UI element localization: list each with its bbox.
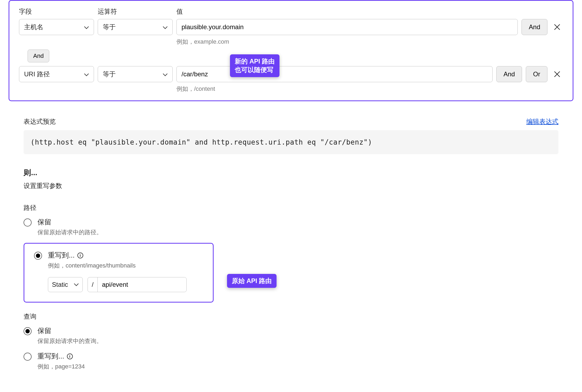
value-input[interactable] (176, 19, 518, 35)
info-icon[interactable]: i (77, 252, 83, 258)
rewrite-inputs: Static / (48, 277, 203, 292)
field-select[interactable]: URI 路径 (19, 66, 94, 82)
path-prefix: / (88, 277, 98, 292)
header-field: 字段 (19, 7, 94, 16)
value-column: 例如，example.com (176, 19, 518, 46)
filter-row: URI 路径 等于 例如，/content 新的 API 路由也可以随便写 An… (19, 66, 563, 93)
and-connector: And (28, 50, 563, 62)
value-input[interactable] (176, 66, 493, 82)
remove-row-button[interactable] (551, 19, 563, 35)
option-subtitle: 例如，page=1234 (37, 363, 85, 371)
preview-header: 表达式预览 编辑表达式 (24, 117, 558, 126)
option-title: 重写到... i (37, 352, 85, 361)
value-hint: 例如，/content (176, 85, 493, 93)
radio-checked[interactable] (24, 327, 32, 335)
field-select[interactable]: 主机名 (19, 19, 94, 35)
then-title: 则... (24, 168, 558, 178)
radio-dot (36, 254, 40, 258)
annotation-badge-new-api: 新的 API 路由也可以随便写 (230, 54, 279, 77)
close-icon (554, 24, 561, 31)
then-subtitle: 设置重写参数 (24, 182, 558, 190)
rewrite-path-input[interactable] (98, 277, 186, 292)
info-icon[interactable]: i (67, 353, 73, 359)
operator-select[interactable]: 等于 (98, 19, 173, 35)
radio-dot (25, 329, 30, 333)
chevron-down-icon (74, 283, 79, 286)
option-title: 保留 (37, 326, 102, 336)
operator-select[interactable]: 等于 (98, 66, 173, 82)
path-rewrite-box: 重写到... i 例如，content/images/thumbnails St… (24, 243, 214, 303)
filter-rules-box: 字段 运算符 值 主机名 等于 例如，example.com And And U… (9, 0, 573, 101)
field-select-value: 主机名 (24, 23, 43, 31)
filter-header: 字段 运算符 值 (19, 7, 563, 16)
expression-code: (http.host eq "plausible.your.domain" an… (24, 130, 558, 154)
filter-row: 主机名 等于 例如，example.com And (19, 19, 563, 46)
option-title: 重写到... i (48, 251, 136, 260)
header-operator: 运算符 (98, 7, 173, 16)
edit-expression-link[interactable]: 编辑表达式 (526, 117, 558, 126)
operator-select-value: 等于 (103, 70, 116, 78)
connector-and-button[interactable]: And (28, 50, 49, 62)
operator-select-value: 等于 (103, 23, 116, 31)
or-button[interactable]: Or (526, 66, 547, 82)
chevron-down-icon (84, 70, 89, 78)
rewrite-mode-select[interactable]: Static (48, 277, 83, 292)
radio-checked[interactable] (34, 252, 42, 260)
path-preserve-option[interactable]: 保留 保留原始请求中的路径。 (24, 217, 558, 236)
option-subtitle: 例如，content/images/thumbnails (48, 262, 136, 270)
rewrite-path-group: / (88, 277, 187, 292)
preview-title: 表达式预览 (24, 117, 56, 126)
close-icon (554, 71, 561, 78)
option-subtitle: 保留原始请求中的路径。 (37, 228, 102, 236)
option-title: 保留 (37, 217, 102, 227)
and-button[interactable]: And (496, 66, 522, 82)
header-value: 值 (176, 7, 563, 16)
expression-preview-section: 表达式预览 编辑表达式 (http.host eq "plausible.you… (0, 117, 582, 371)
path-rewrite-option[interactable]: 重写到... i 例如，content/images/thumbnails (34, 251, 203, 270)
chevron-down-icon (84, 23, 89, 31)
chevron-down-icon (163, 70, 168, 78)
option-subtitle: 保留原始请求中的查询。 (37, 337, 102, 345)
radio-unchecked[interactable] (24, 218, 32, 227)
radio-unchecked[interactable] (24, 353, 32, 361)
and-button[interactable]: And (521, 19, 547, 35)
query-section-label: 查询 (24, 312, 558, 321)
chevron-down-icon (163, 23, 168, 31)
remove-row-button[interactable] (551, 66, 563, 82)
rewrite-mode-value: Static (52, 281, 68, 288)
query-preserve-option[interactable]: 保留 保留原始请求中的查询。 (24, 326, 558, 345)
field-select-value: URI 路径 (24, 70, 50, 78)
value-column: 例如，/content 新的 API 路由也可以随便写 (176, 66, 493, 93)
query-rewrite-option[interactable]: 重写到... i 例如，page=1234 (24, 352, 558, 371)
annotation-badge-orig-api: 原始 API 路由 (227, 274, 277, 288)
path-section-label: 路径 (24, 203, 558, 212)
value-hint: 例如，example.com (176, 38, 518, 46)
